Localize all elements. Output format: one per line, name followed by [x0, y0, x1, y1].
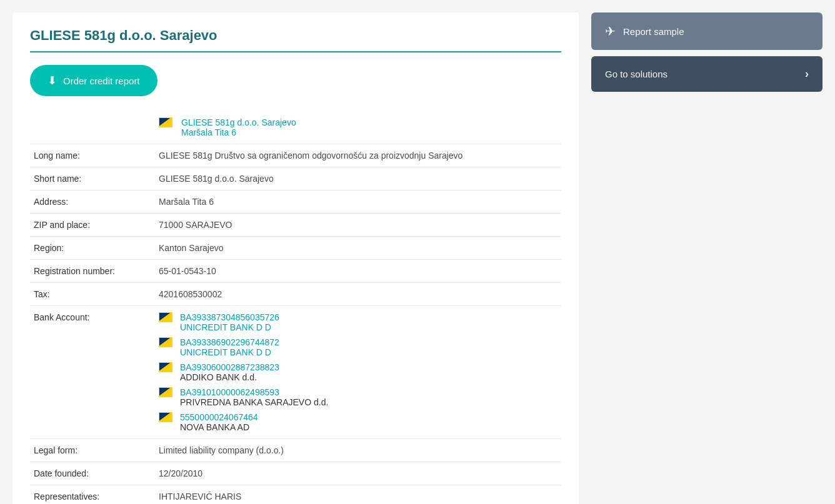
value-representatives: IHTIJAREVIĆ HARIS	[155, 485, 561, 505]
value-legal-form: Limited liability company (d.o.o.)	[155, 439, 561, 462]
label-tax: Tax:	[30, 283, 155, 306]
cell-value: GLIESE 581g d.o.o. Sarajevo Maršala Tita…	[155, 111, 561, 144]
bank-account-entry: BA393387304856035726UNICREDIT BANK D D	[159, 312, 558, 332]
label-region: Region:	[30, 237, 155, 260]
bank-name: UNICREDIT BANK D D	[180, 347, 279, 357]
bank-account-number: BA393386902296744872	[180, 337, 279, 347]
value-address: Maršala Tita 6	[155, 190, 561, 214]
table-row: Representatives: IHTIJAREVIĆ HARIS	[30, 485, 561, 505]
value-date-founded: 12/20/2010	[155, 462, 561, 485]
label-long-name: Long name:	[30, 144, 155, 167]
cell-label	[30, 111, 155, 144]
value-region: Kanton Sarajevo	[155, 237, 561, 260]
bank-name: NOVA BANKA AD	[180, 422, 258, 432]
table-row: Tax: 4201608530002	[30, 283, 561, 306]
table-row: Short name: GLIESE 581g d.o.o. Sarajevo	[30, 167, 561, 190]
company-info-table: GLIESE 581g d.o.o. Sarajevo Maršala Tita…	[30, 111, 561, 504]
bank-account-entry: 5550000024067464NOVA BANKA AD	[159, 412, 558, 432]
company-name-line1: GLIESE 581g d.o.o. Sarajevo	[181, 117, 296, 127]
value-registration: 65-01-0543-10	[155, 260, 561, 283]
go-to-solutions-button[interactable]: Go to solutions ›	[591, 56, 822, 92]
flag-icon	[159, 387, 172, 397]
table-row: Bank Account: BA393387304856035726UNICRE…	[30, 306, 561, 439]
company-name-line2: Maršala Tita 6	[181, 127, 296, 137]
table-row: GLIESE 581g d.o.o. Sarajevo Maršala Tita…	[30, 111, 561, 144]
value-long-name: GLIESE 581g Društvo sa ograničenom odgov…	[155, 144, 561, 167]
bank-name: ADDIKO BANK d.d.	[180, 372, 279, 382]
bank-name: UNICREDIT BANK D D	[180, 322, 279, 332]
flag-icon	[159, 312, 172, 322]
flag-icon	[159, 117, 172, 127]
main-panel: GLIESE 581g d.o.o. Sarajevo ⬇ Order cred…	[12, 12, 579, 504]
label-address: Address:	[30, 190, 155, 214]
bank-account-number: BA393387304856035726	[180, 312, 279, 322]
table-row: Address: Maršala Tita 6	[30, 190, 561, 214]
report-sample-button[interactable]: ✈ Report sample	[591, 12, 822, 50]
bank-account-entry: BA393060002887238823ADDIKO BANK d.d.	[159, 362, 558, 382]
label-registration: Registration number:	[30, 260, 155, 283]
bank-account-number: BA391010000062498593	[180, 387, 328, 397]
order-credit-report-button[interactable]: ⬇ Order credit report	[30, 65, 158, 96]
flag-icon	[159, 362, 172, 372]
label-date-founded: Date founded:	[30, 462, 155, 485]
bank-name: PRIVREDNA BANKA SARAJEVO d.d.	[180, 397, 328, 407]
value-zip: 71000 SARAJEVO	[155, 214, 561, 237]
bank-account-entry: BA393386902296744872UNICREDIT BANK D D	[159, 337, 558, 357]
bank-account-number: 5550000024067464	[180, 412, 258, 422]
bank-account-number: BA393060002887238823	[180, 362, 279, 372]
flag-icon	[159, 337, 172, 347]
table-row: Long name: GLIESE 581g Društvo sa ograni…	[30, 144, 561, 167]
table-row: Date founded: 12/20/2010	[30, 462, 561, 485]
download-icon: ⬇	[48, 74, 57, 87]
company-title: GLIESE 581g d.o.o. Sarajevo	[30, 27, 561, 52]
label-representatives: Representatives:	[30, 485, 155, 505]
flag-icon	[159, 412, 172, 422]
label-bank-account: Bank Account:	[30, 306, 155, 439]
label-zip: ZIP and place:	[30, 214, 155, 237]
label-legal-form: Legal form:	[30, 439, 155, 462]
table-row: Region: Kanton Sarajevo	[30, 237, 561, 260]
chevron-right-icon: ›	[805, 67, 809, 81]
label-short-name: Short name:	[30, 167, 155, 190]
table-row: Registration number: 65-01-0543-10	[30, 260, 561, 283]
sidebar: ✈ Report sample Go to solutions ›	[591, 12, 822, 504]
table-row: ZIP and place: 71000 SARAJEVO	[30, 214, 561, 237]
value-short-name: GLIESE 581g d.o.o. Sarajevo	[155, 167, 561, 190]
table-row: Legal form: Limited liability company (d…	[30, 439, 561, 462]
value-bank-accounts: BA393387304856035726UNICREDIT BANK D DBA…	[155, 306, 561, 439]
bank-account-entry: BA391010000062498593PRIVREDNA BANKA SARA…	[159, 387, 558, 407]
report-sample-icon: ✈	[605, 24, 616, 39]
value-tax: 4201608530002	[155, 283, 561, 306]
